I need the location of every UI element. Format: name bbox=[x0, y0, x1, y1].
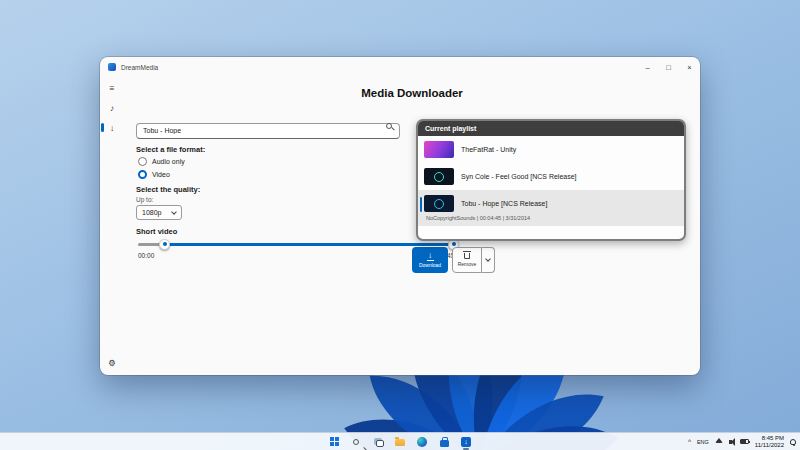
hamburger-icon: ≡ bbox=[110, 83, 115, 93]
language-indicator[interactable]: ENG bbox=[697, 439, 709, 445]
trim-label: Short video bbox=[136, 227, 177, 236]
sidebar: ≡ ♪ ↓ ⚙ bbox=[100, 77, 124, 375]
format-label: Select a file format: bbox=[136, 145, 205, 154]
app-window: DreamMedia – □ × ≡ ♪ ↓ ⚙ Media Downloade… bbox=[100, 57, 700, 375]
store-bag-icon bbox=[440, 440, 449, 447]
gear-icon: ⚙ bbox=[108, 358, 116, 368]
playlist-item-title: Syn Cole - Feel Good [NCS Release] bbox=[461, 173, 577, 180]
playlist-item-title: Tobu - Hope [NCS Release] bbox=[461, 200, 547, 207]
download-icon: ↓ bbox=[110, 123, 114, 133]
sidebar-item-library[interactable]: ♪ bbox=[104, 101, 120, 114]
video-thumbnail bbox=[424, 141, 454, 158]
window-title: DreamMedia bbox=[121, 64, 158, 71]
taskbar-center-icons: ↓ bbox=[327, 433, 473, 450]
file-explorer-button[interactable] bbox=[393, 435, 407, 449]
quality-label: Select the quality: bbox=[136, 185, 200, 194]
trim-start-time: 00:00 bbox=[138, 252, 154, 259]
music-note-icon: ♪ bbox=[110, 103, 114, 113]
playlist-item-title: TheFatRat - Unity bbox=[461, 146, 516, 153]
system-tray: ^ ENG 8:45 PM 11/11/2022 bbox=[688, 433, 796, 450]
minimize-button[interactable]: – bbox=[637, 57, 658, 77]
taskbar-search-button[interactable] bbox=[349, 435, 363, 449]
task-view-button[interactable] bbox=[371, 435, 385, 449]
remove-button-label: Remove bbox=[458, 261, 477, 267]
tray-time: 8:45 PM bbox=[755, 435, 784, 442]
wifi-icon[interactable] bbox=[715, 438, 723, 443]
tray-date: 11/11/2022 bbox=[755, 442, 784, 449]
video-thumbnail bbox=[424, 168, 454, 185]
radio-audio-only[interactable]: Audio only bbox=[138, 157, 185, 166]
start-button[interactable] bbox=[327, 435, 341, 449]
remove-split-dropdown-button[interactable] bbox=[482, 247, 495, 273]
radio-selected-icon[interactable] bbox=[138, 170, 147, 179]
trim-range-slider[interactable] bbox=[138, 238, 456, 250]
battery-icon[interactable] bbox=[740, 439, 749, 444]
radio-label: Audio only bbox=[152, 158, 185, 165]
edge-icon bbox=[417, 437, 427, 447]
download-button-label: Download bbox=[419, 262, 441, 268]
volume-icon[interactable] bbox=[729, 440, 732, 444]
playlist-item-row: Tobu - Hope [NCS Release] bbox=[424, 195, 678, 212]
playlist-item[interactable]: Syn Cole - Feel Good [NCS Release] bbox=[418, 163, 684, 190]
trash-icon bbox=[464, 253, 470, 259]
page-title: Media Downloader bbox=[124, 87, 700, 99]
quality-dropdown[interactable]: 1080p bbox=[136, 205, 182, 220]
media-app-icon: ↓ bbox=[461, 437, 471, 447]
chevron-down-icon bbox=[485, 256, 491, 262]
windows-logo-icon bbox=[330, 437, 339, 446]
slider-track-fill bbox=[165, 243, 453, 246]
desktop: DreamMedia – □ × ≡ ♪ ↓ ⚙ Media Downloade… bbox=[0, 0, 800, 450]
app-icon bbox=[108, 63, 116, 71]
search-input[interactable] bbox=[136, 123, 400, 139]
radio-icon[interactable] bbox=[138, 157, 147, 166]
playlist-panel: Current playlist TheFatRat - Unity Syn C… bbox=[416, 119, 686, 241]
radio-label: Video bbox=[152, 171, 170, 178]
microsoft-store-button[interactable] bbox=[437, 435, 451, 449]
playlist-header: Current playlist bbox=[418, 121, 684, 136]
playlist-item[interactable]: TheFatRat - Unity bbox=[418, 136, 684, 163]
radio-video[interactable]: Video bbox=[138, 170, 170, 179]
edge-browser-button[interactable] bbox=[415, 435, 429, 449]
download-bar-icon bbox=[427, 260, 434, 261]
search-icon bbox=[353, 439, 359, 445]
playlist-item-selected[interactable]: Tobu - Hope [NCS Release] NoCopyrightSou… bbox=[418, 190, 684, 226]
download-arrow-icon: ↓ bbox=[428, 252, 432, 259]
taskbar: ↓ ^ ENG 8:45 PM 11/11/2022 bbox=[0, 432, 800, 450]
maximize-button[interactable]: □ bbox=[658, 57, 679, 77]
settings-button[interactable]: ⚙ bbox=[104, 356, 120, 369]
folder-icon bbox=[395, 439, 405, 446]
running-app-indicator bbox=[463, 448, 469, 450]
sidebar-item-downloader[interactable]: ↓ bbox=[104, 121, 120, 134]
tray-expand-button[interactable]: ^ bbox=[688, 438, 691, 445]
quality-dropdown-value: 1080p bbox=[142, 209, 161, 216]
slider-thumb-start[interactable] bbox=[159, 239, 170, 250]
window-controls: – □ × bbox=[637, 57, 700, 77]
titlebar[interactable]: DreamMedia – □ × bbox=[100, 57, 700, 77]
search-box bbox=[136, 119, 400, 135]
playlist-item-details: NoCopyrightSounds | 00:04:45 | 3/31/2014 bbox=[424, 212, 678, 221]
search-icon[interactable] bbox=[386, 123, 392, 129]
video-thumbnail bbox=[424, 195, 454, 212]
remove-button[interactable]: Remove bbox=[452, 247, 482, 273]
notification-bell-icon[interactable] bbox=[790, 439, 796, 445]
download-button[interactable]: ↓ Download bbox=[412, 247, 448, 273]
quality-hint: Up to: bbox=[136, 196, 153, 203]
playlist-item-row: TheFatRat - Unity bbox=[424, 141, 678, 158]
media-app-taskbar-button[interactable]: ↓ bbox=[459, 435, 473, 449]
clock[interactable]: 8:45 PM 11/11/2022 bbox=[755, 435, 784, 449]
close-button[interactable]: × bbox=[679, 57, 700, 77]
hamburger-menu-button[interactable]: ≡ bbox=[104, 81, 120, 94]
task-view-icon bbox=[376, 440, 384, 447]
playlist-item-row: Syn Cole - Feel Good [NCS Release] bbox=[424, 168, 678, 185]
chevron-down-icon bbox=[171, 209, 177, 215]
